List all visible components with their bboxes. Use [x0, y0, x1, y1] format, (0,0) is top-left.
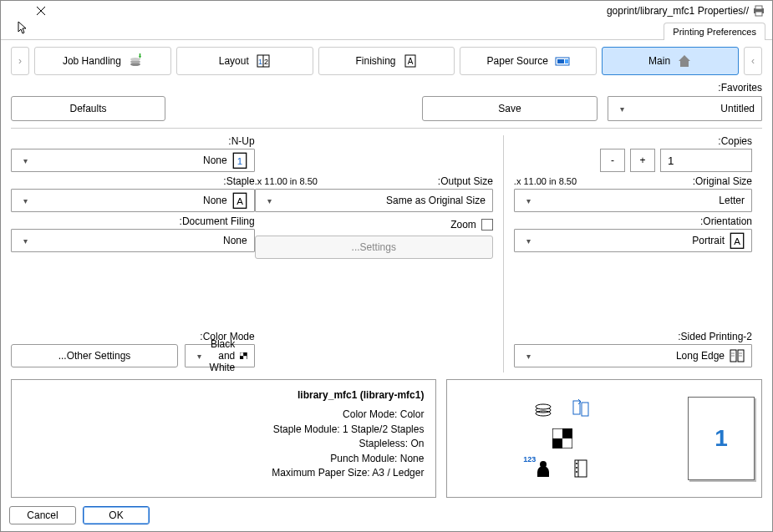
preview-info: library_mfc1 (library-mfc1) Color Mode: …: [11, 379, 436, 498]
staple-select[interactable]: A None ▾: [11, 189, 255, 212]
binder-icon: [572, 459, 592, 479]
home-icon: [677, 53, 692, 68]
svg-rect-30: [240, 356, 243, 359]
original-size-select[interactable]: Letter ▾: [514, 189, 752, 212]
output-size-label: Output Size:: [438, 175, 493, 187]
job-icon: [128, 53, 143, 68]
other-settings-button[interactable]: Other Settings...: [11, 344, 178, 367]
category-label: Main: [648, 55, 670, 67]
nup-select[interactable]: 1 None ▾: [11, 149, 255, 172]
output-size-select[interactable]: Same as Original Size ▾: [255, 189, 493, 212]
doc-filing-select[interactable]: None ▾: [11, 229, 255, 252]
layout-icon: 12: [256, 53, 271, 68]
staple-label: Staple:: [11, 175, 255, 187]
tray-icon: [555, 53, 570, 68]
orientation-select[interactable]: A Portrait ▾: [514, 229, 752, 252]
staple-field: Staple: A None ▾: [11, 175, 255, 212]
preview-line: Maximum Paper Size: A3 / Ledger: [23, 466, 424, 480]
copies-plus[interactable]: +: [630, 149, 655, 172]
svg-rect-37: [562, 428, 572, 438]
color-mode-select[interactable]: Black and White ▾: [185, 344, 255, 367]
preview-graphic: 1 123: [446, 379, 762, 498]
tabbar: Printing Preferences: [1, 19, 772, 40]
ok-button[interactable]: OK: [83, 506, 150, 524]
save-button[interactable]: Save: [422, 96, 598, 121]
stack-icon: [533, 398, 553, 418]
svg-rect-4: [557, 59, 564, 63]
bw-icon: [240, 348, 247, 363]
two-sided-field: 2-Sided Printing: Long Edge ▾: [514, 331, 752, 367]
person-count-icon: 123: [533, 459, 553, 479]
svg-text:A: A: [236, 196, 243, 206]
output-size-hint: 8.50 x 11.00 in.: [255, 176, 318, 186]
svg-point-14: [130, 58, 140, 61]
svg-rect-31: [573, 401, 580, 414]
svg-text:1: 1: [236, 156, 242, 166]
zoom-row: Zoom: [255, 219, 493, 231]
svg-rect-38: [552, 438, 562, 448]
nup-field: N-Up: 1 None ▾: [11, 135, 255, 172]
original-size-hint: 8.50 x 11.00 in.: [514, 176, 577, 186]
doc-filing-label: Document Filing:: [11, 215, 255, 227]
svg-rect-5: [565, 59, 568, 63]
category-label: Job Handling: [63, 55, 121, 67]
chevron-down-icon: ▾: [23, 196, 28, 205]
long-edge-icon: [730, 348, 745, 363]
chevron-down-icon: ▾: [620, 104, 624, 114]
favorites-label: Favorites:: [11, 82, 762, 94]
chevron-down-icon: ▾: [197, 352, 201, 361]
cancel-button[interactable]: Cancel: [9, 506, 76, 524]
svg-point-41: [576, 463, 577, 464]
copies-minus[interactable]: -: [600, 149, 625, 172]
orientation-label: Orientation:: [514, 215, 752, 227]
defaults-button[interactable]: Defaults: [11, 96, 165, 121]
chevron-down-icon: ▾: [526, 352, 531, 361]
favorites-select[interactable]: Untitled ▾: [608, 96, 762, 121]
category-label: Layout: [219, 55, 249, 67]
copies-field: Copies: + -: [514, 135, 752, 172]
category-main[interactable]: Main: [602, 47, 739, 75]
tab-printing-preferences[interactable]: Printing Preferences: [664, 23, 765, 40]
copies-input[interactable]: [660, 149, 752, 172]
nup-icon: 1: [232, 153, 247, 168]
category-job-handling[interactable]: Job Handling: [34, 47, 171, 75]
dialog-footer: OK Cancel: [1, 501, 772, 531]
copies-label: Copies:: [514, 135, 752, 147]
chevron-down-icon: ▾: [526, 196, 531, 205]
preview-title: library_mfc1 (library-mfc1): [23, 388, 424, 403]
favorites-section: Favorites: Untitled ▾ Save Defaults: [11, 82, 762, 121]
svg-rect-39: [575, 460, 587, 477]
zoom-label: Zoom: [450, 219, 476, 231]
preview-line: Color Mode: Color: [23, 408, 424, 422]
svg-point-42: [576, 467, 577, 469]
preview-line: Staple Module: 1 Staple/2 Staples: [23, 423, 424, 437]
svg-text:2: 2: [264, 58, 268, 66]
svg-text:A: A: [407, 57, 413, 66]
svg-rect-2: [755, 12, 762, 16]
doc-filing-field: Document Filing: None ▾: [11, 215, 255, 252]
category-finishing[interactable]: A Finishing: [318, 47, 455, 75]
printer-icon: [752, 4, 765, 18]
duplex-icon: [572, 398, 592, 418]
two-sided-label: 2-Sided Printing:: [514, 331, 752, 342]
cursor-icon: [16, 19, 29, 39]
favorites-value: Untitled: [720, 103, 755, 114]
nav-left-arrow[interactable]: ‹: [11, 47, 29, 75]
category-label: Finishing: [356, 55, 396, 67]
color-swatch-icon: [552, 428, 572, 448]
color-mode-field: Color Mode: Black and White ▾ Other Sett…: [11, 331, 255, 367]
original-size-field: Original Size: 8.50 x 11.00 in. Letter ▾: [514, 175, 752, 212]
svg-text:A: A: [734, 236, 740, 246]
svg-rect-1: [755, 6, 762, 9]
two-sided-select[interactable]: Long Edge ▾: [514, 344, 752, 367]
preview-line: Punch Module: None: [23, 452, 424, 466]
page-thumb: 1: [688, 397, 755, 480]
orientation-field: Orientation: A Portrait ▾: [514, 215, 752, 252]
close-button[interactable]: [8, 6, 46, 16]
nup-label: N-Up:: [11, 135, 255, 147]
category-paper-source[interactable]: Paper Source: [460, 47, 597, 75]
staple-none-icon: A: [232, 193, 247, 208]
nav-right-arrow[interactable]: ›: [744, 47, 762, 75]
zoom-checkbox[interactable]: [481, 219, 493, 231]
category-layout[interactable]: 12 Layout: [176, 47, 313, 75]
